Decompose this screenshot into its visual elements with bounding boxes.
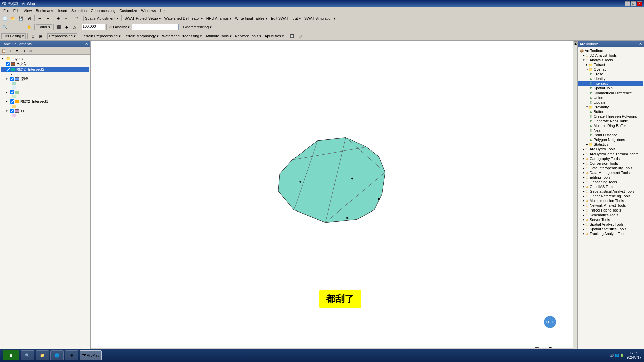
atb-arc-hydro[interactable]: ▸ 🗂 Arc Hydro Tools: [578, 147, 643, 152]
toc-layer-wenshuzhan[interactable]: 水文站: [1, 61, 89, 67]
atb-intersect[interactable]: ⚙ Intersect: [578, 81, 643, 86]
layer-checkbox2[interactable]: [6, 67, 10, 72]
atb-data-mgmt[interactable]: ▸ 🗂 Data Management Tools: [578, 170, 643, 175]
maximize-button[interactable]: □: [631, 1, 636, 6]
atb-linear-ref[interactable]: ▸ 🗂 Linear Referencing Tools: [578, 194, 643, 198]
layer-checkbox3[interactable]: [10, 77, 14, 81]
toc-btn1[interactable]: 📋: [1, 48, 7, 54]
layer-checkbox[interactable]: [6, 62, 10, 66]
tool-c[interactable]: △: [71, 23, 78, 31]
save-btn[interactable]: 💾: [17, 15, 25, 22]
atb-cartography[interactable]: ▸ 🗂 Cartography Tools: [578, 156, 643, 161]
print-btn[interactable]: 🖨: [25, 15, 33, 22]
atb-overlay[interactable]: ▾ 📁 Overlay: [578, 67, 643, 72]
menu-selection[interactable]: Selection: [69, 8, 89, 13]
atb-server[interactable]: ▸ 🗂 Server Tools: [578, 217, 643, 222]
watershed-proc-label[interactable]: Watershed Processing ▾: [161, 34, 203, 38]
spatial-adj-label[interactable]: Spatial Adjustment ▾: [83, 16, 120, 21]
menu-file[interactable]: File: [1, 8, 11, 13]
taskbar-search[interactable]: 🔍: [21, 350, 34, 360]
menu-insert[interactable]: Insert: [56, 8, 69, 13]
atb-network[interactable]: ▸ 🗂 Network Analyst Tools: [578, 203, 643, 208]
layer-checkbox6[interactable]: [10, 109, 14, 113]
pan-btn[interactable]: ✋: [25, 23, 33, 31]
atb-data-interop[interactable]: ▸ 🗂 Data Interoperability Tools: [578, 166, 643, 170]
vertical-scrollbar[interactable]: ▲ ▼: [573, 41, 577, 355]
start-button[interactable]: ⊞: [3, 350, 19, 360]
atb-geocoding[interactable]: ▸ 🗂 Geocoding Tools: [578, 180, 643, 184]
swat-sim-label[interactable]: SWAT Simulation ▾: [303, 16, 337, 21]
atb-create-thiessen[interactable]: ⚙ Create Thiessen Polygons: [578, 114, 643, 119]
atb-tracking[interactable]: ▸ 🗂 Tracking Analyst Tool: [578, 231, 643, 236]
scroll-up-btn[interactable]: ▲: [574, 41, 577, 45]
menu-view[interactable]: View: [22, 8, 34, 13]
new-btn[interactable]: 📄: [1, 15, 9, 22]
toc-layer-liuyu[interactable]: ▾ 流域: [1, 76, 89, 82]
minimize-button[interactable]: –: [625, 1, 630, 6]
tool-b[interactable]: ◆: [63, 23, 70, 31]
3d-analyst-label[interactable]: 3D Analyst ▾: [108, 25, 131, 29]
atb-erase[interactable]: ⚙ Erase: [578, 72, 643, 76]
atb-gen-near[interactable]: ⚙ Generate Near Table: [578, 119, 643, 123]
taskbar-fileexplorer[interactable]: 📁: [36, 350, 49, 360]
atb-3d-analyst[interactable]: ▸ 🗂 3D Analyst Tools: [578, 53, 643, 58]
scale-input[interactable]: 100,000: [82, 24, 105, 30]
tool-d[interactable]: 🔲: [288, 32, 296, 40]
atb-poly-neighbors[interactable]: ⚙ Polygon Neighbors: [578, 137, 643, 142]
hru-label[interactable]: HRU Analysis ▾: [205, 16, 233, 21]
atb-proximity[interactable]: ▾ 📁 Proximity: [578, 105, 643, 109]
layer-checkbox4[interactable]: [10, 90, 14, 94]
atb-point-dist[interactable]: ⚙ Point Distance: [578, 133, 643, 137]
atb-analysis[interactable]: ▾ 🗂 Analysis Tools: [578, 58, 643, 62]
toc-btn2[interactable]: +: [7, 48, 13, 54]
taskbar-settings[interactable]: ⚙: [65, 350, 78, 360]
layer-checkbox5[interactable]: [10, 99, 14, 104]
menu-edit[interactable]: Edit: [11, 8, 22, 13]
close-button[interactable]: ✕: [637, 1, 642, 6]
georef-label[interactable]: Georeferencing ▾: [182, 25, 213, 29]
expand-icon4[interactable]: ▾: [6, 100, 10, 103]
atb-sym-diff[interactable]: ⚙ Symmetrical Difference: [578, 90, 643, 95]
tool-e[interactable]: ⊞: [297, 32, 304, 40]
toc-layers-root[interactable]: ▾ 📁 Layers: [1, 56, 89, 61]
atb-near[interactable]: ⚙ Near: [578, 128, 643, 133]
write-input-label[interactable]: Write Input Tables ▾: [234, 16, 269, 21]
tool-a[interactable]: ⬛: [55, 23, 62, 31]
toc-btn5[interactable]: ⊞: [28, 48, 34, 54]
attr-label[interactable]: Attribute Tools ▾: [204, 34, 233, 38]
zoom-in-btn[interactable]: +: [9, 23, 17, 31]
atb-extract[interactable]: ▸ 📁 Extract: [578, 62, 643, 67]
arctoolbox-close-icon[interactable]: ✕: [639, 42, 642, 46]
tin-label[interactable]: TIN Editing ▾: [1, 33, 26, 39]
map-canvas[interactable]: 都刮了 11:30 ↩ + — 简 ☺ ⚙ |◄ ◄ ► ►|: [91, 41, 573, 355]
atb-root[interactable]: 📦 ArcToolbox: [578, 48, 643, 53]
editor-label[interactable]: Editor ▾: [36, 24, 52, 30]
atb-multi-ring[interactable]: ⚙ Multiple Ring Buffer: [578, 123, 643, 128]
atb-parcel[interactable]: ▸ 🗂 Parcel Fabric Tools: [578, 208, 643, 213]
toc-close-icon[interactable]: ✕: [85, 42, 88, 46]
toc-btn4[interactable]: ⊙: [21, 48, 27, 54]
atb-identity[interactable]: ⚙ Identity: [578, 76, 643, 81]
edit-swat-label[interactable]: Edit SWAT Input ▾: [270, 16, 302, 21]
zoom-out-btn[interactable]: −: [17, 23, 25, 31]
toc-btn3[interactable]: ✱: [14, 48, 20, 54]
atb-update[interactable]: ⚙ Update: [578, 100, 643, 105]
toc-layer-intersect1[interactable]: ▾ 图层2_Intersect1: [1, 99, 89, 104]
tin-btn1[interactable]: ◻: [29, 32, 36, 40]
atb-union[interactable]: ⚙ Union: [578, 95, 643, 100]
taskbar-arcmap[interactable]: 🗺 ArcMap: [80, 350, 102, 360]
menu-geoprocessing[interactable]: Geoprocessing: [89, 8, 117, 13]
tin-btn2[interactable]: ▣: [37, 32, 44, 40]
undo-btn[interactable]: ↩: [36, 15, 43, 22]
taskbar-browser[interactable]: 🌐: [50, 350, 64, 360]
atb-geostatistical[interactable]: ▸ 🗂 Geostatistical Analyst Tools: [578, 189, 643, 194]
tools-btn2[interactable]: ↔: [62, 15, 70, 22]
atb-multidim[interactable]: ▸ 🗂 Multidimension Tools: [578, 198, 643, 203]
atb-editing[interactable]: ▸ 🗂 Editing Tools: [578, 175, 643, 180]
watershed-label[interactable]: Watershed Delineator ▾: [163, 16, 204, 21]
expand-icon2[interactable]: ▾: [6, 77, 10, 81]
menu-help[interactable]: Help: [158, 8, 170, 13]
atb-statistics[interactable]: ▸ 📁 Statistics: [578, 142, 643, 147]
open-btn[interactable]: 📂: [9, 15, 17, 22]
toc-layer-11[interactable]: ▾ 11: [1, 108, 89, 113]
